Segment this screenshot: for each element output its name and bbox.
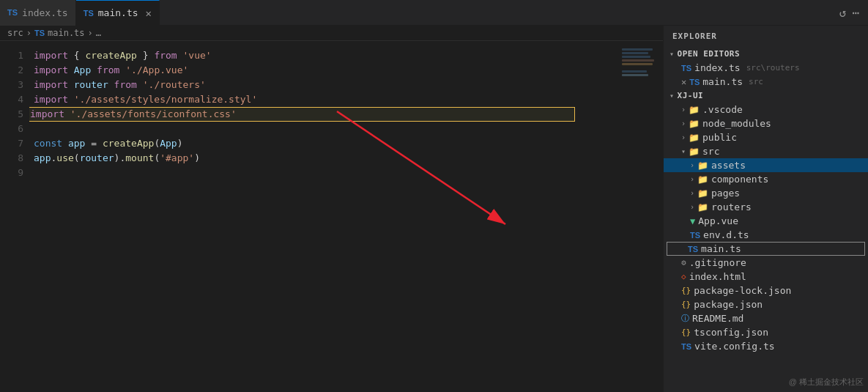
sidebar-title: EXPLORER: [664, 26, 868, 47]
item-label: assets: [711, 160, 746, 171]
html-icon: ◇: [681, 272, 686, 281]
tree-item-components[interactable]: › 📁 components: [664, 172, 868, 186]
sidebar: EXPLORER ▾ OPEN EDITORS TS index.ts src\…: [663, 26, 868, 392]
chevron-icon: ›: [681, 106, 686, 114]
tree-item-gitignore[interactable]: ⚙ .gitignore: [664, 256, 868, 270]
folder-icon: 📁: [689, 147, 700, 157]
item-label: env.d.ts: [703, 229, 749, 240]
item-label: pages: [711, 188, 740, 199]
item-label: index.html: [689, 271, 746, 282]
more-icon[interactable]: ⋯: [852, 6, 859, 20]
breadcrumb-sep1: ›: [26, 28, 31, 38]
folder-icon: 📁: [697, 188, 708, 199]
section-xj-ui: ▾ XJ-UI › 📁 .vscode › 📁 node_modules › 📁…: [664, 89, 868, 353]
vue-icon: ▼: [690, 216, 695, 226]
tree-item-index-html[interactable]: ◇ index.html: [664, 270, 868, 284]
json-icon: {}: [681, 286, 691, 295]
close-icon[interactable]: ✕: [681, 77, 686, 87]
tab-bar: TS index.ts TS main.ts ✕ ↺ ⋯: [0, 0, 868, 26]
ts-icon: TS: [681, 342, 691, 351]
chevron-icon: ▾: [681, 147, 686, 155]
minimap: [619, 41, 663, 392]
main-layout: src › TS main.ts › … 1 2 3 4 5 6 7 8 9: [0, 26, 868, 392]
code-line-3: import router from './routers': [29, 78, 619, 92]
open-editor-index-ts[interactable]: TS index.ts src\routers: [664, 61, 868, 75]
chevron-icon: ▾: [669, 50, 675, 58]
item-label: .vscode: [702, 104, 743, 115]
chevron-icon: ›: [690, 161, 694, 169]
tree-item-node-modules[interactable]: › 📁 node_modules: [664, 117, 868, 130]
tab-label: main.ts: [98, 7, 138, 18]
ts-badge: TS: [34, 29, 45, 37]
tree-item-vscode[interactable]: › 📁 .vscode: [664, 103, 868, 117]
tree-item-package-json[interactable]: {} package.json: [664, 297, 868, 311]
item-label: public: [702, 132, 737, 143]
watermark: @ 稀土掘金技术社区: [789, 377, 864, 388]
tree-item-main-ts[interactable]: TS main.ts: [667, 242, 865, 256]
code-line-9: [29, 166, 619, 180]
tree-item-vite-config[interactable]: TS vite.config.ts: [664, 339, 868, 353]
item-label: components: [711, 174, 768, 185]
folder-icon: 📁: [697, 202, 708, 212]
file-label: main.ts: [702, 76, 743, 87]
ts-icon: TS: [688, 245, 698, 254]
breadcrumb: src › TS main.ts › …: [0, 26, 663, 41]
tree-item-app-vue[interactable]: ▼ App.vue: [664, 214, 868, 228]
breadcrumb-sep2: ›: [88, 28, 93, 38]
folder-icon: 📁: [697, 174, 708, 185]
tab-actions: ↺ ⋯: [839, 6, 868, 20]
folder-icon: 📁: [689, 105, 700, 115]
line-numbers: 1 2 3 4 5 6 7 8 9: [0, 41, 29, 392]
chevron-icon: ▾: [669, 92, 675, 100]
git-icon: ⚙: [681, 258, 686, 267]
breadcrumb-src: src: [7, 28, 23, 38]
code-line-4: import './assets/styles/normalize.styl': [29, 92, 619, 107]
tab-label: index.ts: [22, 7, 68, 18]
item-label: routers: [711, 201, 752, 212]
ts-icon: TS: [681, 64, 691, 73]
open-editor-main-ts[interactable]: ✕ TS main.ts src: [664, 75, 868, 89]
item-label: tsconfig.json: [694, 327, 768, 338]
code-line-2: import App from './App.vue': [29, 63, 619, 78]
folder-icon: 📁: [697, 160, 708, 171]
tree-item-package-lock[interactable]: {} package-lock.json: [664, 284, 868, 297]
code-content[interactable]: import { createApp } from 'vue' import A…: [29, 41, 619, 392]
folder-icon: 📁: [689, 119, 700, 129]
ts-icon: TS: [690, 231, 700, 240]
item-label: README.md: [692, 313, 743, 324]
tab-index-ts[interactable]: TS index.ts: [0, 0, 76, 26]
item-label: node_modules: [702, 118, 771, 129]
json-icon: {}: [681, 328, 691, 337]
tree-item-public[interactable]: › 📁 public: [664, 130, 868, 144]
open-editors-header[interactable]: ▾ OPEN EDITORS: [664, 47, 868, 61]
chevron-icon: ›: [690, 203, 694, 211]
ts-icon: TS: [84, 9, 94, 18]
section-label: OPEN EDITORS: [678, 49, 740, 59]
code-line-5: import './assets/fonts/iconfont.css': [29, 107, 575, 122]
chevron-icon: ›: [690, 175, 694, 183]
item-label: .gitignore: [689, 257, 746, 268]
tree-item-src[interactable]: ▾ 📁 src: [664, 144, 868, 158]
tree-item-env-dts[interactable]: TS env.d.ts: [664, 228, 868, 242]
tree-item-assets[interactable]: › 📁 assets: [664, 158, 868, 172]
history-icon[interactable]: ↺: [839, 6, 847, 20]
code-line-7: const app = createApp(App): [29, 136, 619, 151]
json-icon: {}: [681, 300, 691, 309]
item-label: package-lock.json: [694, 285, 791, 296]
chevron-icon: ›: [681, 133, 686, 141]
tree-item-pages[interactable]: › 📁 pages: [664, 186, 868, 200]
section-label: XJ-UI: [678, 91, 704, 100]
xj-ui-header[interactable]: ▾ XJ-UI: [664, 89, 868, 103]
tree-item-routers[interactable]: › 📁 routers: [664, 200, 868, 214]
code-editor[interactable]: 1 2 3 4 5 6 7 8 9 import { createApp } f…: [0, 41, 663, 392]
close-icon[interactable]: ✕: [146, 7, 152, 19]
section-open-editors: ▾ OPEN EDITORS TS index.ts src\routers ✕…: [664, 47, 868, 89]
chevron-icon: ›: [690, 189, 694, 197]
code-line-8: app.use(router).mount('#app'): [29, 151, 619, 166]
tree-item-readme[interactable]: ⓘ README.md: [664, 311, 868, 325]
item-label: package.json: [694, 299, 763, 310]
tab-main-ts[interactable]: TS main.ts ✕: [76, 0, 160, 26]
file-label: index.ts: [694, 62, 741, 73]
breadcrumb-file: main.ts: [48, 28, 85, 38]
tree-item-tsconfig[interactable]: {} tsconfig.json: [664, 325, 868, 339]
